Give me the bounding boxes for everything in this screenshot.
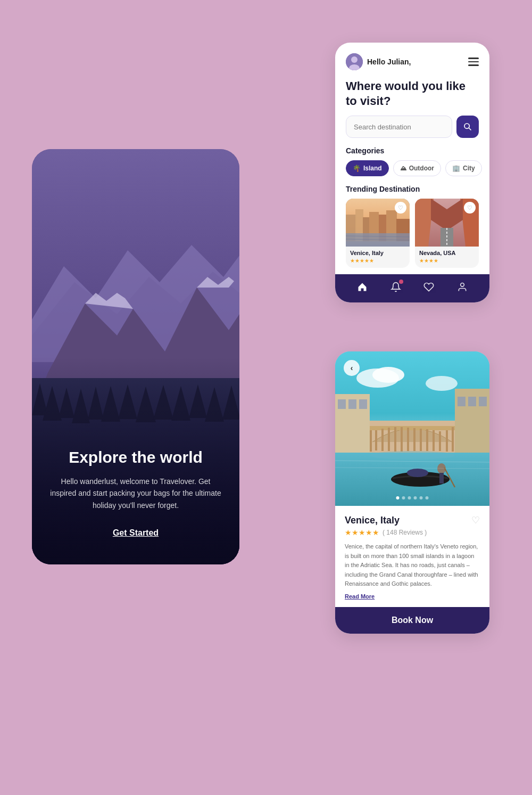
avatar	[346, 53, 363, 70]
svg-rect-51	[375, 430, 377, 450]
svg-rect-54	[394, 427, 396, 452]
nav-bell[interactable]	[390, 282, 401, 295]
search-button[interactable]	[456, 116, 479, 138]
svg-rect-61	[439, 431, 441, 451]
svg-rect-76	[439, 473, 444, 483]
svg-rect-52	[381, 429, 384, 451]
svg-rect-71	[479, 397, 487, 406]
card-header: Hello Julian,	[346, 53, 479, 70]
categories-label: Categories	[346, 146, 479, 155]
svg-point-78	[407, 469, 428, 477]
nav-home[interactable]	[357, 282, 368, 295]
avatar-greeting: Hello Julian,	[346, 53, 411, 70]
detail-image: ‹	[335, 351, 489, 506]
trending-label: Trending Destination	[346, 185, 479, 193]
image-dots	[396, 496, 429, 499]
hamburger-line-2	[468, 61, 479, 63]
home-screen-card: Hello Julian, Where would you like to vi…	[335, 43, 489, 302]
detail-stars: ★★★★★	[345, 528, 379, 537]
svg-rect-50	[370, 430, 372, 452]
nevada-stars: ★★★★	[419, 258, 475, 264]
svg-point-43	[460, 283, 464, 287]
search-row	[346, 116, 479, 138]
search-input[interactable]	[346, 116, 452, 138]
detail-reviews: ( 148 Reviews )	[383, 529, 427, 536]
onboarding-subtitle: Hello wanderlust, welcome to Travelover.…	[49, 476, 222, 511]
categories-row: 🌴 Island ⛰ Outdoor 🏢 City	[346, 160, 479, 176]
hamburger-menu[interactable]	[468, 58, 479, 66]
svg-rect-60	[433, 430, 435, 451]
island-label: Island	[363, 165, 382, 172]
svg-line-25	[469, 128, 471, 130]
nevada-info: Nevada, USA ★★★★	[415, 247, 479, 268]
svg-rect-57	[413, 428, 415, 451]
svg-point-47	[426, 376, 458, 391]
svg-rect-56	[407, 428, 409, 451]
dot-4	[414, 496, 417, 499]
detail-title-row: Venice, Italy ♡	[345, 514, 480, 526]
dot-3	[408, 496, 411, 499]
venice-stars: ★★★★★	[350, 258, 405, 264]
hamburger-line-3	[468, 64, 479, 66]
category-outdoor[interactable]: ⛰ Outdoor	[393, 160, 441, 176]
city-label: City	[463, 165, 475, 172]
venice-image: ♡	[346, 199, 410, 247]
main-title: Where would you like to visit?	[346, 79, 479, 108]
hamburger-line-1	[468, 58, 479, 59]
svg-rect-66	[348, 399, 356, 409]
svg-rect-67	[359, 399, 367, 409]
destination-nevada[interactable]: ♡ Nevada, USA ★★★★	[415, 199, 479, 268]
dot-5	[420, 496, 423, 499]
outdoor-label: Outdoor	[409, 165, 434, 172]
outdoor-icon: ⛰	[400, 165, 406, 172]
onboarding-title: Explore the world	[49, 448, 222, 467]
bottom-navigation	[335, 274, 489, 302]
read-more-link[interactable]: Read More	[345, 593, 480, 600]
dot-2	[402, 496, 405, 499]
notification-badge	[399, 280, 403, 284]
detail-description: Venice, the capital of northern Italy's …	[345, 542, 480, 589]
svg-rect-59	[426, 429, 428, 451]
svg-point-73	[370, 451, 455, 460]
svg-rect-65	[338, 399, 346, 409]
svg-rect-70	[468, 397, 476, 406]
venice-name: Venice, Italy	[350, 250, 405, 256]
svg-rect-69	[458, 397, 466, 406]
onboarding-content: Explore the world Hello wanderlust, welc…	[49, 448, 222, 538]
svg-rect-53	[388, 428, 390, 451]
svg-rect-58	[420, 429, 422, 451]
svg-rect-62	[446, 430, 448, 452]
detail-heart-btn[interactable]: ♡	[471, 514, 480, 526]
nav-profile[interactable]	[457, 282, 468, 295]
detail-screen-card: ‹ Venice, Italy ♡ ★★★★★ ( 148 Reviews ) …	[335, 351, 489, 634]
city-icon: 🏢	[452, 165, 460, 172]
nevada-image: ♡	[415, 199, 479, 247]
trending-row: ♡ Venice, Italy ★★★★★	[346, 199, 479, 268]
back-button[interactable]: ‹	[344, 360, 360, 376]
greeting-text: Hello Julian,	[367, 58, 411, 66]
dot-1	[396, 496, 400, 499]
island-icon: 🌴	[353, 165, 361, 172]
dot-6	[426, 496, 429, 499]
nav-favorites[interactable]	[423, 282, 434, 295]
detail-rating-row: ★★★★★ ( 148 Reviews )	[345, 528, 480, 537]
svg-point-46	[372, 367, 404, 383]
svg-rect-63	[452, 427, 454, 452]
category-island[interactable]: 🌴 Island	[346, 160, 389, 176]
venice-heart[interactable]: ♡	[395, 202, 406, 214]
category-city[interactable]: 🏢 City	[445, 160, 482, 176]
svg-rect-55	[401, 427, 403, 452]
detail-title: Venice, Italy	[345, 515, 400, 526]
nevada-heart[interactable]: ♡	[464, 202, 476, 214]
detail-content: Venice, Italy ♡ ★★★★★ ( 148 Reviews ) Ve…	[335, 506, 489, 600]
destination-venice[interactable]: ♡ Venice, Italy ★★★★★	[346, 199, 410, 268]
book-now-button[interactable]: Book Now	[335, 607, 489, 634]
get-started-button[interactable]: Get Started	[113, 528, 159, 537]
venice-info: Venice, Italy ★★★★★	[346, 247, 410, 268]
nevada-name: Nevada, USA	[419, 250, 475, 256]
onboarding-card: Explore the world Hello wanderlust, welc…	[32, 149, 239, 564]
svg-rect-49	[367, 426, 458, 430]
svg-point-22	[351, 56, 358, 63]
